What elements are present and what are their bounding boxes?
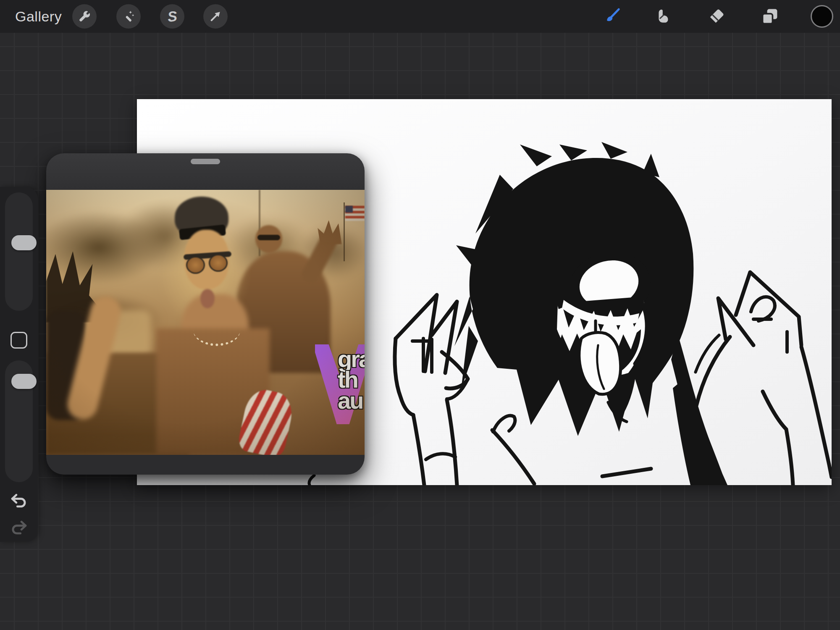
- layers-icon: [761, 7, 779, 26]
- brush-size-handle[interactable]: [11, 235, 37, 250]
- wrench-icon: [78, 10, 91, 23]
- reference-image[interactable]: gra th au: [46, 190, 365, 455]
- transform-button[interactable]: [203, 4, 228, 29]
- brush-size-slider[interactable]: [5, 192, 33, 311]
- color-swatch: [811, 5, 833, 28]
- color-button[interactable]: [809, 4, 835, 29]
- ref-vignette: [46, 190, 365, 455]
- drag-handle[interactable]: [191, 159, 220, 164]
- gallery-button[interactable]: Gallery: [15, 0, 62, 33]
- brush-icon: [601, 7, 621, 26]
- side-toolbar: [0, 187, 38, 542]
- erase-tool-button[interactable]: [704, 4, 729, 29]
- opacity-slider[interactable]: [5, 360, 33, 482]
- undo-icon: [10, 493, 28, 509]
- magic-wand-icon: [122, 10, 135, 23]
- reference-window[interactable]: gra th au: [46, 153, 365, 475]
- actions-button[interactable]: [72, 4, 97, 29]
- redo-icon: [10, 520, 28, 536]
- redo-button[interactable]: [10, 520, 28, 536]
- top-toolbar: Gallery S: [0, 0, 840, 33]
- eraser-icon: [707, 7, 726, 26]
- layers-button[interactable]: [757, 4, 782, 29]
- workspace-background: gra th au: [0, 33, 840, 630]
- selection-button[interactable]: S: [160, 4, 184, 29]
- undo-button[interactable]: [10, 493, 28, 509]
- opacity-handle[interactable]: [11, 374, 37, 389]
- paint-tool-button[interactable]: [598, 4, 624, 29]
- adjustments-button[interactable]: [116, 4, 141, 29]
- selection-s-icon: S: [167, 8, 178, 25]
- smudge-finger-icon: [654, 7, 673, 26]
- modify-button[interactable]: [10, 332, 27, 349]
- transform-arrow-icon: [209, 10, 222, 23]
- smudge-tool-button[interactable]: [651, 4, 676, 29]
